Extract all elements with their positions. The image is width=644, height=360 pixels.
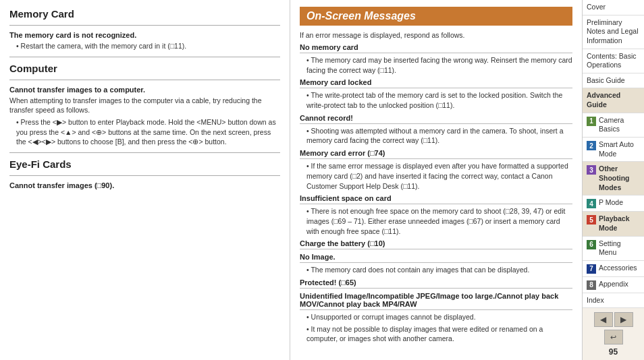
- chapter-num-5: 5: [587, 215, 596, 224]
- right-sidebar: Cover Preliminary Notes and Legal Inform…: [582, 0, 644, 360]
- intro-text: If an error message is displayed, respon…: [300, 31, 572, 39]
- computer-title: Computer: [9, 63, 280, 74]
- sidebar-item-accessories[interactable]: 7 Accessories: [583, 261, 644, 277]
- sidebar-item-setting-menu[interactable]: 6 Setting Menu: [583, 237, 644, 261]
- msg-insufficient-space-bullet: There is not enough free space on the me…: [300, 206, 572, 236]
- msg-memory-error: Memory card error (□74): [300, 149, 572, 159]
- computer-text: When attempting to transfer images to th…: [9, 96, 280, 115]
- next-button[interactable]: ▶: [614, 312, 633, 327]
- memory-card-bullet: Restart the camera, with the memory card…: [9, 41, 280, 51]
- memory-card-section: Memory Card The memory card is not recog…: [9, 8, 280, 51]
- main-panel: On-Screen Messages If an error message i…: [290, 0, 582, 360]
- chapter-num-8: 8: [587, 280, 596, 290]
- msg-cannot-record-bullet: Shooting was attempted without a memory …: [300, 126, 572, 146]
- sidebar-item-camera-basics[interactable]: 1 Camera Basics: [583, 113, 644, 138]
- eyefi-title: Eye-Fi Cards: [9, 158, 280, 170]
- msg-memory-error-bullet: If the same error message is displayed e…: [300, 161, 572, 191]
- memory-card-subtitle: The memory card is not recognized.: [9, 31, 280, 39]
- sidebar-item-playback-mode[interactable]: 5 Playback Mode: [583, 212, 644, 236]
- divider-1: [9, 25, 280, 26]
- eyefi-section: Eye-Fi Cards Cannot transfer images (□90…: [9, 158, 280, 189]
- main-title: On-Screen Messages: [300, 7, 572, 26]
- chapter-num-7: 7: [587, 264, 596, 274]
- chapter-num-6: 6: [587, 240, 596, 249]
- chapter-num-3: 3: [587, 165, 596, 175]
- msg-protected: Protected! (□65): [300, 278, 572, 289]
- nav-arrows: ◀ ▶: [594, 312, 633, 327]
- chapter-num-4: 4: [587, 199, 596, 208]
- msg-charge-battery: Charge the battery (□10): [300, 239, 572, 249]
- page-number: 95: [609, 347, 618, 357]
- divider-4: [9, 152, 280, 153]
- sidebar-item-basic-guide[interactable]: Basic Guide: [583, 73, 644, 89]
- divider-2: [9, 57, 280, 57]
- eyefi-subtitle: Cannot transfer images (□90).: [9, 181, 280, 189]
- divider-5: [9, 175, 280, 176]
- msg-unidentified: Unidentified Image/Incompatible JPEG/Ima…: [300, 292, 572, 310]
- sidebar-item-appendix[interactable]: 8 Appendix: [583, 277, 644, 293]
- msg-no-image: No Image.: [300, 253, 572, 263]
- memory-card-title: Memory Card: [9, 8, 280, 20]
- msg-no-image-bullet: The memory card does not contain any ima…: [300, 265, 572, 275]
- chapter-num-1: 1: [587, 117, 596, 126]
- sidebar-bottom: ◀ ▶ ↩ 95: [583, 308, 644, 360]
- msg-cannot-record: Cannot record!: [300, 114, 572, 124]
- home-button[interactable]: ↩: [604, 330, 623, 344]
- sidebar-item-preliminary[interactable]: Preliminary Notes and Legal Information: [583, 16, 644, 49]
- msg-no-memory-card: No memory card: [300, 43, 572, 53]
- sidebar-item-cover[interactable]: Cover: [583, 0, 644, 16]
- computer-bullet: Press the <▶> button to enter Playback m…: [9, 117, 280, 147]
- sidebar-item-index[interactable]: Index: [583, 293, 644, 309]
- prev-button[interactable]: ◀: [594, 312, 613, 327]
- sidebar-item-smart-auto[interactable]: 2 Smart Auto Mode: [583, 138, 644, 162]
- left-panel: Memory Card The memory card is not recog…: [0, 0, 290, 360]
- msg-memory-locked: Memory card locked: [300, 78, 572, 88]
- sidebar-item-contents[interactable]: Contents: Basic Operations: [583, 49, 644, 73]
- sidebar-item-other-shooting[interactable]: 3 Other Shooting Modes: [583, 162, 644, 196]
- divider-3: [9, 80, 280, 80]
- msg-memory-locked-bullet: The write-protect tab of the memory card…: [300, 90, 572, 110]
- computer-section: Computer Cannot transfer images to a com…: [9, 63, 280, 147]
- sidebar-item-advanced-guide[interactable]: Advanced Guide: [583, 88, 644, 113]
- chapter-num-2: 2: [587, 141, 596, 150]
- sidebar-nav: Cover Preliminary Notes and Legal Inform…: [583, 0, 644, 308]
- msg-unidentified-bullet-1: Unsupported or corrupt images cannot be …: [300, 312, 572, 322]
- computer-subtitle: Cannot transfer images to a computer.: [9, 86, 280, 94]
- msg-insufficient-space: Insufficient space on card: [300, 194, 572, 204]
- sidebar-item-p-mode[interactable]: 4 P Mode: [583, 196, 644, 212]
- msg-unidentified-bullet-2: It may not be possible to display images…: [300, 324, 572, 344]
- msg-no-memory-card-bullet: The memory card may be inserted facing t…: [300, 55, 572, 75]
